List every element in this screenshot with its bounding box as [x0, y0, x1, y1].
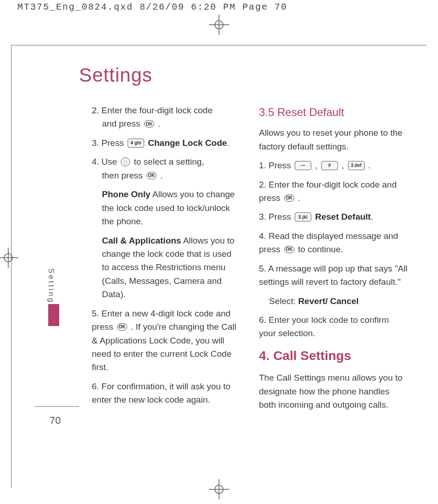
key-3-icon: 3 def: [348, 161, 365, 170]
ok-key-icon: OK: [284, 194, 294, 202]
text: ,: [342, 161, 347, 170]
right-column: 3.5 Reset Default Allows you to reset yo…: [259, 104, 408, 417]
crop-rule-top: [11, 45, 427, 45]
page-number: 70: [50, 415, 61, 426]
registration-mark-left-icon: [0, 248, 18, 268]
side-tab-bar: [48, 304, 59, 326]
nav-key-icon: ◌: [121, 157, 130, 166]
text: then press OK .: [92, 171, 163, 180]
bold-text: Phone Only: [102, 189, 151, 199]
bold-text: Revert/ Cancel: [298, 296, 359, 306]
text: .: [368, 161, 371, 170]
rstep-3: 3. Press 5 jkl Reset Default.: [259, 210, 408, 223]
text: 1. Press: [259, 161, 293, 170]
reset-intro: Allows you to reset your phone to the fa…: [259, 126, 408, 153]
step-4: 4. Use ◌ to select a setting, then press…: [92, 155, 241, 182]
key-5-icon: 5 jkl: [295, 212, 311, 222]
text: and press OK .: [92, 119, 160, 128]
bold-text: Change Lock Code: [148, 138, 227, 148]
content-columns: 2. Enter the four-digit lock code and pr…: [92, 104, 408, 417]
phone-only-block: Phone Only Allows you to change the lock…: [92, 188, 241, 228]
step-5: 5. Enter a new 4-digit lock code and pre…: [92, 307, 241, 374]
rstep-1: 1. Press — , # , 3 def .: [259, 159, 408, 172]
page-title: Settings: [79, 64, 152, 86]
text: 3. Press: [92, 138, 126, 148]
rstep-5-select: Select: Revert/ Cancel: [259, 294, 408, 308]
text: 4. Use: [92, 157, 119, 166]
text: 2. Enter the four-digit lock code and pr…: [259, 180, 397, 203]
bold-text: Reset Default: [315, 212, 371, 222]
call-settings-body: The Call Settings menu allows you to des…: [259, 371, 408, 411]
heading-3-5: 3.5 Reset Default: [259, 104, 408, 121]
rstep-4: 4. Read the displayed message and press …: [259, 229, 408, 256]
heading-4: 4. Call Settings: [259, 346, 408, 366]
manual-page: MT375_Eng_0824.qxd 8/26/09 6:20 PM Page …: [0, 0, 438, 504]
step-6: 6. For confirmation, it will ask you to …: [92, 380, 241, 407]
print-header: MT375_Eng_0824.qxd 8/26/09 6:20 PM Page …: [17, 2, 287, 12]
text: .: [371, 212, 373, 222]
text: to continue.: [298, 244, 343, 254]
hash-key-icon: #: [321, 161, 338, 170]
call-apps-block: Call & Applications Allows you to change…: [92, 234, 241, 301]
left-column: 2. Enter the four-digit lock code and pr…: [92, 104, 241, 417]
text: ,: [315, 161, 320, 170]
text: and press: [102, 119, 143, 128]
text: Select:: [269, 296, 298, 306]
side-tab-label: Settings: [47, 268, 55, 310]
crop-rule-left: [11, 45, 11, 488]
text: .: [158, 119, 160, 128]
text: 2. Enter the four-digit lock code: [92, 105, 213, 115]
ok-key-icon: OK: [146, 172, 157, 179]
step-2: 2. Enter the four-digit lock code and pr…: [92, 104, 241, 131]
bold-text: Call & Applications: [102, 236, 181, 245]
dash-key-icon: —: [295, 161, 311, 170]
rstep-2: 2. Enter the four-digit lock code and pr…: [259, 178, 408, 205]
registration-mark-bottom-icon: [209, 479, 229, 499]
registration-mark-top-icon: [209, 15, 229, 35]
crop-rule-bottom: [34, 406, 79, 407]
text: .: [298, 193, 300, 203]
ok-key-icon: OK: [117, 323, 127, 331]
rstep-5: 5. A message will pop up that says "All …: [259, 262, 408, 289]
text: then press: [102, 171, 145, 180]
text: to select a setting,: [134, 157, 204, 166]
step-3: 3. Press 4 ghi Change Lock Code.: [92, 136, 241, 150]
key-4-icon: 4 ghi: [128, 138, 144, 148]
ok-key-icon: OK: [144, 120, 154, 127]
text: .: [227, 138, 229, 148]
text: .: [160, 171, 163, 180]
rstep-6: 6. Enter your lock code to confirm your …: [259, 313, 408, 340]
text: 3. Press: [259, 212, 293, 222]
ok-key-icon: OK: [284, 246, 294, 253]
